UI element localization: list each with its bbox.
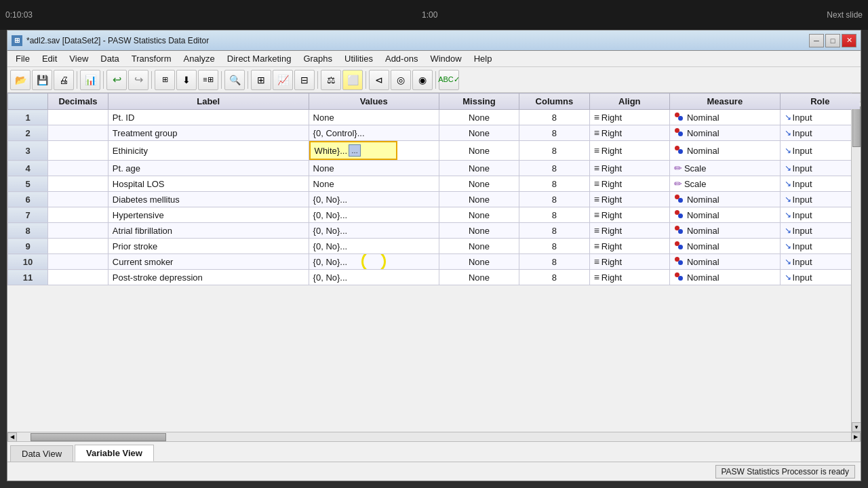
- cell-align-8[interactable]: ≡Right: [589, 223, 669, 239]
- cell-missing-4[interactable]: None: [439, 161, 519, 176]
- cell-missing-2[interactable]: None: [439, 125, 519, 141]
- cell-measure-11[interactable]: Nominal: [669, 270, 780, 285]
- cell-measure-8[interactable]: Nominal: [669, 223, 780, 239]
- cell-align-11[interactable]: ≡Right: [589, 270, 669, 285]
- cell-measure-5[interactable]: ✏Scale: [669, 176, 780, 192]
- cell-columns-1[interactable]: 8: [519, 110, 590, 125]
- cell-measure-3[interactable]: Nominal: [669, 141, 780, 161]
- cell-decimals-5[interactable]: [48, 176, 108, 192]
- cell-align-9[interactable]: ≡Right: [589, 239, 669, 254]
- table-button[interactable]: ⊟: [294, 70, 315, 90]
- row-number-9[interactable]: 9: [8, 239, 48, 254]
- cell-measure-4[interactable]: ✏Scale: [669, 161, 780, 176]
- scroll-thumb-horizontal[interactable]: [31, 433, 166, 441]
- row-number-3[interactable]: 3: [8, 141, 48, 161]
- cell-label-2[interactable]: Treatment group: [108, 125, 309, 141]
- menu-analyze[interactable]: Analyze: [178, 52, 220, 65]
- cell-values-6[interactable]: {0, No}...: [309, 192, 439, 207]
- cell-columns-7[interactable]: 8: [519, 207, 590, 223]
- cell-columns-8[interactable]: 8: [519, 223, 590, 239]
- horizontal-scrollbar[interactable]: ◀ ▶: [7, 432, 861, 441]
- cell-role-2[interactable]: ↘Input: [780, 125, 860, 141]
- scroll-left-arrow[interactable]: ◀: [7, 432, 17, 442]
- table-scroll-container[interactable]: Decimals Label Values Missing Columns Al…: [7, 93, 861, 432]
- menu-transform[interactable]: Transform: [126, 52, 177, 65]
- cell-align-2[interactable]: ≡Right: [589, 125, 669, 141]
- row-number-1[interactable]: 1: [8, 110, 48, 125]
- menu-data[interactable]: Data: [95, 52, 124, 65]
- cell-decimals-10[interactable]: [48, 254, 108, 270]
- row-number-7[interactable]: 7: [8, 207, 48, 223]
- cell-label-11[interactable]: Post-stroke depression: [108, 270, 309, 285]
- print-button[interactable]: 🖨: [54, 70, 74, 90]
- cell-label-1[interactable]: Pt. ID: [108, 110, 309, 125]
- cell-measure-9[interactable]: Nominal: [669, 239, 780, 254]
- cell-role-3[interactable]: ↘Input: [780, 141, 860, 161]
- cell-missing-10[interactable]: None: [439, 254, 519, 270]
- cell-align-1[interactable]: ≡Right: [589, 110, 669, 125]
- cell-role-10[interactable]: ↘Input: [780, 254, 860, 270]
- cell-align-7[interactable]: ≡Right: [589, 207, 669, 223]
- balance-button[interactable]: ⚖: [321, 70, 341, 90]
- cell-values-1[interactable]: None: [309, 110, 439, 125]
- cell-columns-9[interactable]: 8: [519, 239, 590, 254]
- undo-button[interactable]: ↩: [106, 70, 127, 90]
- cell-values-5[interactable]: None: [309, 176, 439, 192]
- cell-role-5[interactable]: ↘Input: [780, 176, 860, 192]
- cell-missing-3[interactable]: None: [439, 141, 519, 161]
- cell-values-10[interactable]: {0, No}...: [309, 254, 439, 270]
- cell-label-3[interactable]: Ethinicity: [108, 141, 309, 161]
- menu-graphs[interactable]: Graphs: [298, 52, 338, 65]
- highlight-button[interactable]: ⬜: [342, 70, 363, 90]
- cell-missing-11[interactable]: None: [439, 270, 519, 285]
- cell-label-6[interactable]: Diabetes mellitus: [108, 192, 309, 207]
- menu-view[interactable]: View: [64, 52, 94, 65]
- cell-missing-6[interactable]: None: [439, 192, 519, 207]
- scroll-right-arrow[interactable]: ▶: [851, 432, 861, 442]
- cell-align-6[interactable]: ≡Right: [589, 192, 669, 207]
- cell-role-9[interactable]: ↘Input: [780, 239, 860, 254]
- cell-measure-10[interactable]: Nominal: [669, 254, 780, 270]
- cell-decimals-8[interactable]: [48, 223, 108, 239]
- cell-missing-9[interactable]: None: [439, 239, 519, 254]
- cell-values-2[interactable]: {0, Control}...: [309, 125, 439, 141]
- cell-columns-4[interactable]: 8: [519, 161, 590, 176]
- cell-role-1[interactable]: ↘Input: [780, 110, 860, 125]
- values-edit-button-3[interactable]: …: [349, 144, 361, 157]
- script-button[interactable]: ◉: [412, 70, 433, 90]
- cell-values-4[interactable]: None: [309, 161, 439, 176]
- grid-button[interactable]: ⊞: [251, 70, 271, 90]
- menu-file[interactable]: File: [10, 52, 35, 65]
- vertical-scrollbar[interactable]: ▲ ▼: [851, 93, 861, 432]
- cell-decimals-6[interactable]: [48, 192, 108, 207]
- scroll-thumb-vertical[interactable]: [852, 106, 861, 147]
- row-number-8[interactable]: 8: [8, 223, 48, 239]
- cell-role-4[interactable]: ↘Input: [780, 161, 860, 176]
- cell-decimals-4[interactable]: [48, 161, 108, 176]
- cell-role-8[interactable]: ↘Input: [780, 223, 860, 239]
- cell-missing-7[interactable]: None: [439, 207, 519, 223]
- menu-window[interactable]: Window: [425, 52, 467, 65]
- cell-decimals-2[interactable]: [48, 125, 108, 141]
- cell-role-7[interactable]: ↘Input: [780, 207, 860, 223]
- cell-measure-7[interactable]: Nominal: [669, 207, 780, 223]
- cell-label-10[interactable]: Current smoker: [108, 254, 309, 270]
- menu-help[interactable]: Help: [469, 52, 498, 65]
- tab-variable-view[interactable]: Variable View: [75, 445, 154, 462]
- cell-values-7[interactable]: {0, No}...: [309, 207, 439, 223]
- cell-decimals-3[interactable]: [48, 141, 108, 161]
- cell-decimals-11[interactable]: [48, 270, 108, 285]
- chart-button[interactable]: 📊: [80, 70, 100, 90]
- open-button[interactable]: 📂: [10, 70, 31, 90]
- find-button[interactable]: 🔍: [224, 70, 245, 90]
- goto-button[interactable]: ⊞: [155, 70, 175, 90]
- row-number-4[interactable]: 4: [8, 161, 48, 176]
- cell-decimals-7[interactable]: [48, 207, 108, 223]
- cell-align-3[interactable]: ≡Right: [589, 141, 669, 161]
- cell-columns-3[interactable]: 8: [519, 141, 590, 161]
- menu-addons[interactable]: Add-ons: [380, 52, 423, 65]
- cell-values-9[interactable]: {0, No}...: [309, 239, 439, 254]
- cell-columns-2[interactable]: 8: [519, 125, 590, 141]
- cell-missing-1[interactable]: None: [439, 110, 519, 125]
- cell-align-4[interactable]: ≡Right: [589, 161, 669, 176]
